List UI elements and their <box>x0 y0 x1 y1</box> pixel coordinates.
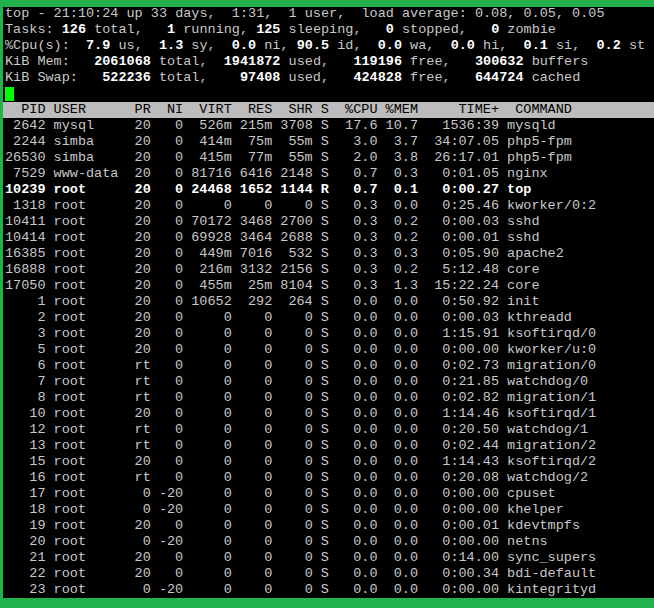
cell-cpu: 0.0 <box>337 374 378 390</box>
cell-user: root <box>54 230 119 246</box>
cell-command: netns <box>507 534 654 550</box>
terminal-output[interactable]: top - 21:10:24 up 33 days, 1:31, 1 user,… <box>3 6 654 608</box>
cell-virt: 0 <box>191 470 232 486</box>
cell-res: 0 <box>240 502 272 518</box>
cell-virt: 0 <box>191 406 232 422</box>
cell-res: 3132 <box>240 262 272 278</box>
cell-user: root <box>54 502 119 518</box>
cell-ni: 0 <box>159 550 183 566</box>
cell-res: 215m <box>240 118 272 134</box>
terminal-screen: top - 21:10:24 up 33 days, 1:31, 1 user,… <box>0 0 654 608</box>
cell-state: S <box>321 342 329 358</box>
cell-time: 0:00.27 <box>426 182 499 198</box>
cell-shr: 0 <box>280 566 312 582</box>
cell-mem: 0.0 <box>386 550 418 566</box>
cell-command: ksoftirqd/1 <box>507 406 654 422</box>
cell-state: S <box>321 166 329 182</box>
cell-state: S <box>321 214 329 230</box>
cell-state: S <box>321 230 329 246</box>
cell-command: mysqld <box>507 118 654 134</box>
cell-pid: 7529 <box>5 166 46 182</box>
process-row: 17 root 0 -20 0 0 0 S 0.0 0.0 0:00.00 cp… <box>3 486 654 502</box>
cell-pr: 20 <box>126 246 150 262</box>
cell-cpu: 0.0 <box>337 438 378 454</box>
cell-pr: 20 <box>126 262 150 278</box>
cell-cpu: 0.0 <box>337 294 378 310</box>
cell-pr: 20 <box>126 182 150 198</box>
cell-res: 0 <box>240 438 272 454</box>
process-row: 1318 root 20 0 0 0 0 S 0.3 0.0 0:25.46 k… <box>3 198 654 214</box>
cell-time: 0:00.00 <box>426 534 499 550</box>
cell-cpu: 0.0 <box>337 550 378 566</box>
cell-time: 0:00.00 <box>426 582 499 598</box>
cell-virt: 449m <box>191 246 232 262</box>
cell-command: khelper <box>507 502 654 518</box>
cell-shr: 0 <box>280 358 312 374</box>
cell-virt: 0 <box>191 518 232 534</box>
cell-user: root <box>54 278 119 294</box>
cell-res: 6416 <box>240 166 272 182</box>
column-header-res: RES <box>240 102 272 118</box>
cell-cpu: 0.3 <box>337 230 378 246</box>
cell-ni: 0 <box>159 230 183 246</box>
cell-time: 26:17.01 <box>426 150 499 166</box>
terminal-cursor <box>5 87 14 101</box>
cell-shr: 0 <box>280 310 312 326</box>
cell-shr: 0 <box>280 422 312 438</box>
process-row: 16385 root 20 0 449m 7016 532 S 0.3 0.3 … <box>3 246 654 262</box>
process-row: 8 root rt 0 0 0 0 S 0.0 0.0 0:02.82 migr… <box>3 390 654 406</box>
cell-user: root <box>54 438 119 454</box>
cell-time: 1:14.43 <box>426 454 499 470</box>
cell-pr: 20 <box>126 230 150 246</box>
cell-state: S <box>321 150 329 166</box>
cell-user: root <box>54 262 119 278</box>
cell-shr: 2156 <box>280 262 312 278</box>
cell-command: kthreadd <box>507 310 654 326</box>
cell-state: S <box>321 358 329 374</box>
cell-user: root <box>54 566 119 582</box>
cell-ni: 0 <box>159 262 183 278</box>
cell-virt: 0 <box>191 566 232 582</box>
cell-pr: 20 <box>126 118 150 134</box>
cell-virt: 0 <box>191 486 232 502</box>
cell-virt: 0 <box>191 358 232 374</box>
cell-pid: 3 <box>5 326 46 342</box>
cell-res: 0 <box>240 550 272 566</box>
cell-time: 0:00.01 <box>426 230 499 246</box>
column-header-shr: SHR <box>280 102 312 118</box>
cell-shr: 0 <box>280 198 312 214</box>
cell-res: 77m <box>240 150 272 166</box>
window-frame-bottom <box>0 598 654 608</box>
cell-cpu: 0.0 <box>337 486 378 502</box>
cell-pr: 0 <box>126 502 150 518</box>
cell-pid: 10411 <box>5 214 46 230</box>
cell-user: root <box>54 214 119 230</box>
cell-virt: 0 <box>191 454 232 470</box>
cell-virt: 216m <box>191 262 232 278</box>
cell-pr: rt <box>126 422 150 438</box>
cell-shr: 0 <box>280 486 312 502</box>
column-header-cpu: %CPU <box>337 102 378 118</box>
cell-res: 0 <box>240 374 272 390</box>
cell-cpu: 0.7 <box>337 166 378 182</box>
cell-user: root <box>54 294 119 310</box>
cell-command: ksoftirqd/0 <box>507 326 654 342</box>
cell-state: S <box>321 198 329 214</box>
cell-virt: 0 <box>191 582 232 598</box>
cell-pr: 20 <box>126 150 150 166</box>
cell-virt: 455m <box>191 278 232 294</box>
cell-shr: 0 <box>280 470 312 486</box>
cell-virt: 0 <box>191 550 232 566</box>
cell-user: root <box>54 342 119 358</box>
process-row: 1 root 20 0 10652 292 264 S 0.0 0.0 0:50… <box>3 294 654 310</box>
cell-virt: 0 <box>191 198 232 214</box>
cell-command: kworker/u:0 <box>507 342 654 358</box>
cell-user: root <box>54 182 119 198</box>
cell-user: root <box>54 246 119 262</box>
cell-pid: 8 <box>5 390 46 406</box>
cell-shr: 0 <box>280 502 312 518</box>
cell-mem: 0.0 <box>386 518 418 534</box>
cell-command: top <box>507 182 654 198</box>
cell-res: 0 <box>240 358 272 374</box>
process-row: 12 root rt 0 0 0 0 S 0.0 0.0 0:20.50 wat… <box>3 422 654 438</box>
